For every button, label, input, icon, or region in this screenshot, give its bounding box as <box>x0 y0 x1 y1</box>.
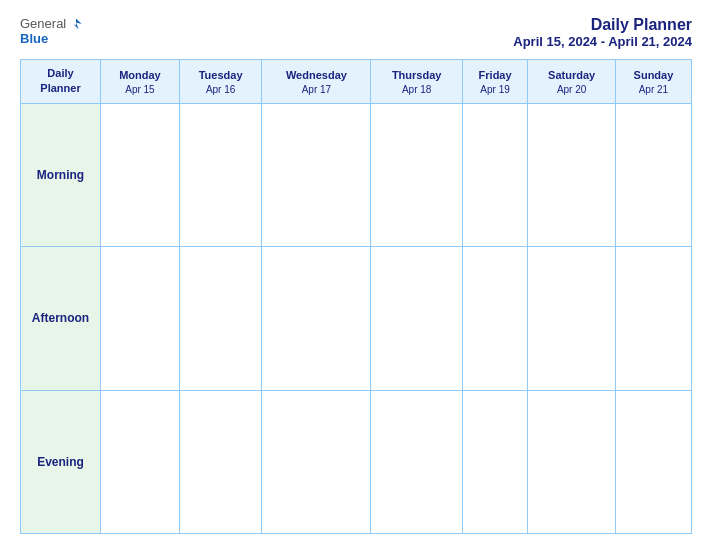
col-header-saturday: Saturday Apr 20 <box>528 60 616 104</box>
day-name-sunday: Sunday <box>620 68 687 83</box>
evening-label: Evening <box>21 390 101 533</box>
col-header-monday: Monday Apr 15 <box>101 60 180 104</box>
day-name-thursday: Thursday <box>375 68 457 83</box>
day-date-monday: Apr 15 <box>105 84 175 95</box>
afternoon-saturday-cell[interactable] <box>528 247 616 390</box>
col-header-friday: Friday Apr 19 <box>462 60 528 104</box>
morning-sunday-cell[interactable] <box>615 103 691 246</box>
afternoon-label: Afternoon <box>21 247 101 390</box>
day-date-thursday: Apr 18 <box>375 84 457 95</box>
day-date-saturday: Apr 20 <box>532 84 611 95</box>
afternoon-row: Afternoon <box>21 247 692 390</box>
table-header-row: DailyPlanner Monday Apr 15 Tuesday Apr 1… <box>21 60 692 104</box>
logo: General Blue <box>20 16 83 46</box>
col-header-daily-planner: DailyPlanner <box>21 60 101 104</box>
logo-blue-text: Blue <box>20 31 48 46</box>
day-name-wednesday: Wednesday <box>266 68 366 83</box>
afternoon-monday-cell[interactable] <box>101 247 180 390</box>
evening-tuesday-cell[interactable] <box>179 390 261 533</box>
planner-table: DailyPlanner Monday Apr 15 Tuesday Apr 1… <box>20 59 692 534</box>
col-header-wednesday: Wednesday Apr 17 <box>262 60 371 104</box>
morning-saturday-cell[interactable] <box>528 103 616 246</box>
day-date-friday: Apr 19 <box>467 84 524 95</box>
evening-sunday-cell[interactable] <box>615 390 691 533</box>
evening-monday-cell[interactable] <box>101 390 180 533</box>
evening-wednesday-cell[interactable] <box>262 390 371 533</box>
day-date-tuesday: Apr 16 <box>184 84 257 95</box>
afternoon-wednesday-cell[interactable] <box>262 247 371 390</box>
morning-label: Morning <box>21 103 101 246</box>
logo-bird-icon <box>69 17 83 31</box>
evening-friday-cell[interactable] <box>462 390 528 533</box>
col-header-thursday: Thursday Apr 18 <box>371 60 462 104</box>
morning-tuesday-cell[interactable] <box>179 103 261 246</box>
svg-marker-0 <box>73 18 81 29</box>
col-header-tuesday: Tuesday Apr 16 <box>179 60 261 104</box>
logo-general-text: General <box>20 16 66 31</box>
morning-wednesday-cell[interactable] <box>262 103 371 246</box>
morning-monday-cell[interactable] <box>101 103 180 246</box>
page-header: General Blue Daily Planner April 15, 202… <box>20 16 692 49</box>
day-name-saturday: Saturday <box>532 68 611 83</box>
morning-thursday-cell[interactable] <box>371 103 462 246</box>
day-name-friday: Friday <box>467 68 524 83</box>
afternoon-sunday-cell[interactable] <box>615 247 691 390</box>
afternoon-thursday-cell[interactable] <box>371 247 462 390</box>
day-name-monday: Monday <box>105 68 175 83</box>
planner-title: Daily Planner <box>513 16 692 34</box>
evening-row: Evening <box>21 390 692 533</box>
morning-row: Morning <box>21 103 692 246</box>
day-date-wednesday: Apr 17 <box>266 84 366 95</box>
day-name-tuesday: Tuesday <box>184 68 257 83</box>
evening-thursday-cell[interactable] <box>371 390 462 533</box>
title-area: Daily Planner April 15, 2024 - April 21,… <box>513 16 692 49</box>
evening-saturday-cell[interactable] <box>528 390 616 533</box>
day-date-sunday: Apr 21 <box>620 84 687 95</box>
afternoon-tuesday-cell[interactable] <box>179 247 261 390</box>
afternoon-friday-cell[interactable] <box>462 247 528 390</box>
planner-date-range: April 15, 2024 - April 21, 2024 <box>513 34 692 49</box>
morning-friday-cell[interactable] <box>462 103 528 246</box>
col-header-sunday: Sunday Apr 21 <box>615 60 691 104</box>
